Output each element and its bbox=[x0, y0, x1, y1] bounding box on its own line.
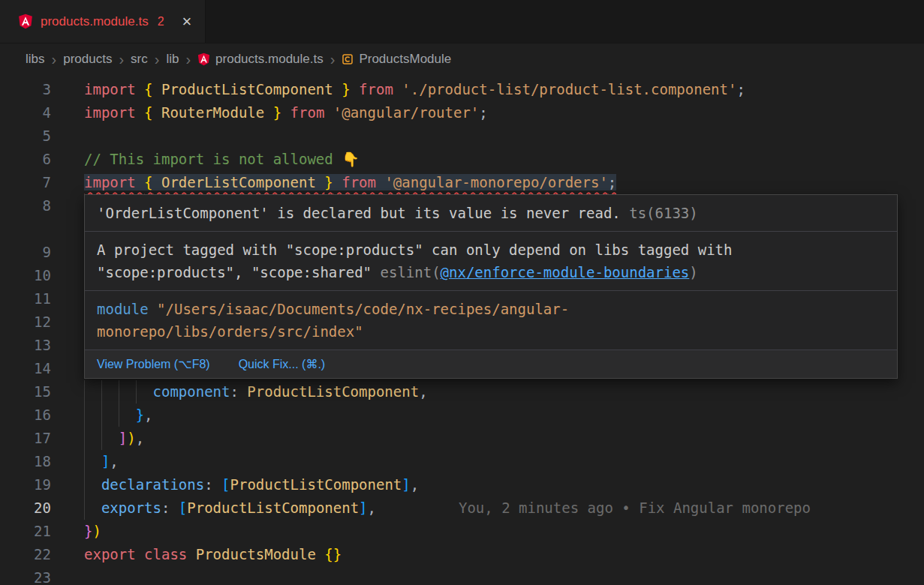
close-icon[interactable]: × bbox=[182, 14, 192, 30]
line-number[interactable]: 16 bbox=[0, 404, 51, 427]
line-number[interactable]: 12 bbox=[0, 310, 51, 334]
class-icon bbox=[342, 53, 354, 65]
breadcrumb-label: src bbox=[131, 52, 148, 67]
breadcrumb-label: libs bbox=[26, 52, 45, 67]
code-line[interactable]: 17]), bbox=[0, 427, 924, 450]
hover-text-line: A project tagged with "scope:products" c… bbox=[97, 238, 885, 261]
tab-bar: products.module.ts 2 × bbox=[0, 0, 924, 44]
breadcrumb-item-products[interactable]: products bbox=[63, 52, 112, 67]
hover-section: 'OrderListComponent' is declared but its… bbox=[85, 195, 897, 232]
tab-products-module[interactable]: products.module.ts 2 × bbox=[0, 0, 206, 43]
line-number[interactable]: 13 bbox=[0, 334, 51, 357]
line-number[interactable]: 19 bbox=[0, 473, 51, 496]
token: {} bbox=[324, 546, 342, 562]
breadcrumb-item-src[interactable]: src bbox=[131, 52, 148, 67]
code-line[interactable]: 21}) bbox=[0, 520, 924, 543]
indent-guide bbox=[84, 427, 119, 450]
hover-popup: 'OrderListComponent' is declared but its… bbox=[84, 194, 898, 379]
breadcrumb-item-productsmodule[interactable]: ProductsModule bbox=[342, 52, 451, 67]
token: ] bbox=[402, 476, 410, 493]
token: '@angular-monorepo/orders' bbox=[384, 174, 607, 190]
line-number[interactable]: 6 bbox=[0, 148, 51, 171]
token: ProductListComponent bbox=[187, 500, 359, 516]
breadcrumb-item-libs[interactable]: libs bbox=[26, 52, 45, 67]
token: [ bbox=[221, 476, 230, 493]
code-text: import { RouterModule } from '@angular/r… bbox=[84, 101, 488, 124]
line-number[interactable]: 9 bbox=[0, 241, 51, 264]
code-text: import { OrderListComponent } from '@ang… bbox=[84, 171, 616, 194]
code-line[interactable]: 23 bbox=[0, 566, 924, 585]
line-number[interactable]: 11 bbox=[0, 287, 51, 310]
token: , bbox=[419, 383, 427, 400]
token: } bbox=[136, 406, 144, 423]
line-number[interactable]: 3 bbox=[0, 78, 51, 101]
breadcrumb-label: products bbox=[63, 52, 112, 67]
line-number[interactable] bbox=[0, 218, 51, 241]
line-number[interactable]: 7 bbox=[0, 171, 51, 194]
code-line[interactable]: 4import { RouterModule } from '@angular/… bbox=[0, 101, 924, 124]
token: : bbox=[204, 476, 221, 493]
token: : bbox=[161, 500, 179, 516]
token: ; bbox=[479, 104, 487, 121]
token: { bbox=[144, 104, 152, 121]
code-line[interactable]: 22export class ProductsModule {} bbox=[0, 543, 924, 566]
hover-text: ts(6133) bbox=[621, 205, 698, 221]
token: } bbox=[324, 174, 333, 190]
line-number[interactable]: 18 bbox=[0, 450, 51, 473]
indent-guide bbox=[84, 496, 101, 520]
line-number[interactable]: 21 bbox=[0, 520, 51, 543]
code-line[interactable]: 16}, bbox=[0, 404, 924, 427]
token: { bbox=[144, 81, 152, 98]
code-line[interactable]: 7import { OrderListComponent } from '@an… bbox=[0, 171, 924, 194]
code-line[interactable]: 5 bbox=[0, 124, 924, 148]
hover-action-view-problem[interactable]: View Problem (⌥F8) bbox=[97, 357, 210, 371]
token: import bbox=[84, 81, 144, 98]
code-line[interactable]: 20exports: [ProductListComponent],You, 2… bbox=[0, 496, 924, 520]
hover-action-quick-fix[interactable]: Quick Fix... (⌘.) bbox=[239, 357, 326, 371]
line-number[interactable]: 22 bbox=[0, 543, 51, 566]
breadcrumb-label: ProductsModule bbox=[359, 52, 451, 67]
token: OrderListComponent bbox=[153, 174, 325, 190]
line-number[interactable]: 15 bbox=[0, 380, 51, 404]
code-line[interactable]: 6// This import is not allowed 👇 bbox=[0, 148, 924, 171]
line-number[interactable]: 14 bbox=[0, 357, 51, 380]
token: export bbox=[84, 546, 144, 562]
code-line[interactable]: 18], bbox=[0, 450, 924, 473]
token bbox=[281, 104, 290, 121]
breadcrumb-label: products.module.ts bbox=[215, 52, 324, 67]
code-text: ], bbox=[84, 450, 119, 473]
token: ProductListComponent bbox=[247, 383, 419, 400]
token: ] bbox=[119, 430, 127, 446]
hover-text: monorepo/libs/orders/src/index" bbox=[97, 323, 363, 340]
breadcrumb-item-lib[interactable]: lib bbox=[166, 52, 179, 67]
tab-problem-count-badge: 2 bbox=[158, 15, 164, 28]
hover-text: 'OrderListComponent' is declared but its… bbox=[97, 205, 621, 221]
code-text: component: ProductListComponent, bbox=[84, 380, 428, 404]
eslint-rule-link[interactable]: @nx/enforce-module-boundaries bbox=[441, 264, 690, 280]
token: ) bbox=[127, 430, 135, 446]
line-number[interactable]: 4 bbox=[0, 101, 51, 124]
code-line[interactable]: 19declarations: [ProductListComponent], bbox=[0, 473, 924, 496]
line-number[interactable]: 8 bbox=[0, 194, 51, 218]
hover-text-line: 'OrderListComponent' is declared but its… bbox=[97, 202, 885, 224]
token: from bbox=[359, 81, 402, 98]
token: , bbox=[110, 453, 118, 470]
line-number[interactable]: 23 bbox=[0, 566, 51, 585]
breadcrumb-item-products-module-ts[interactable]: products.module.ts bbox=[197, 52, 324, 67]
token: ; bbox=[608, 174, 616, 190]
hover-text: module bbox=[97, 301, 157, 317]
token: } bbox=[273, 104, 281, 121]
token: '@angular/router' bbox=[333, 104, 479, 121]
token: declarations bbox=[101, 476, 204, 493]
token: RouterModule bbox=[153, 104, 273, 121]
hover-text: ) bbox=[689, 264, 697, 280]
line-number[interactable]: 17 bbox=[0, 427, 51, 450]
line-number[interactable]: 5 bbox=[0, 124, 51, 148]
line-number[interactable]: 20 bbox=[0, 496, 51, 520]
code-line[interactable]: 3import { ProductListComponent } from '.… bbox=[0, 78, 924, 101]
line-number[interactable]: 10 bbox=[0, 264, 51, 287]
code-line[interactable]: 15component: ProductListComponent, bbox=[0, 380, 924, 404]
token: ProductListComponent bbox=[230, 476, 402, 493]
code-text: declarations: [ProductListComponent], bbox=[84, 473, 419, 496]
token: from bbox=[290, 104, 333, 121]
